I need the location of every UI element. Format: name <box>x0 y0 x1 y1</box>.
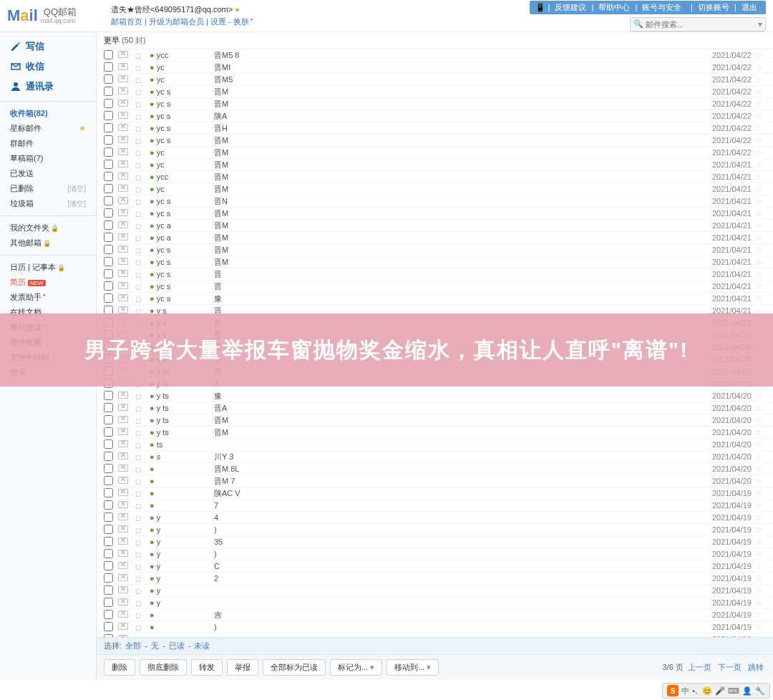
star-icon[interactable]: ☆ <box>752 550 766 559</box>
email-row[interactable]: ◻● yc s豫2021/04/21☆ <box>97 293 773 305</box>
flag-icon[interactable]: ◻ <box>135 441 150 449</box>
flag-icon[interactable]: ◻ <box>135 222 150 230</box>
email-checkbox[interactable] <box>104 269 118 280</box>
folder-inbox[interactable]: 收件箱(82) <box>7 106 89 121</box>
receive-button[interactable]: 收信 <box>0 57 96 77</box>
email-row[interactable]: ◻● 72021/04/19☆ <box>97 500 773 512</box>
star-icon[interactable]: ☆ <box>752 185 766 194</box>
email-checkbox[interactable] <box>104 585 118 596</box>
flag-icon[interactable]: ◻ <box>135 234 150 242</box>
select-unread[interactable]: 未读 <box>194 641 210 650</box>
star-icon[interactable]: ☆ <box>752 112 766 121</box>
email-row[interactable]: ◻● yc s晋M2021/04/22☆ <box>97 86 773 98</box>
extra-myfiles[interactable]: 我的文件夹🔒 <box>7 220 89 235</box>
email-checkbox[interactable] <box>104 622 118 633</box>
email-checkbox[interactable] <box>104 99 118 110</box>
ime-sogou-icon[interactable]: S <box>667 685 679 696</box>
email-checkbox[interactable] <box>104 403 118 414</box>
flag-icon[interactable]: ◻ <box>135 271 150 278</box>
flag-icon[interactable]: ◻ <box>135 112 150 120</box>
flag-icon[interactable]: ◻ <box>135 392 150 400</box>
search-input[interactable] <box>646 20 758 29</box>
contacts-button[interactable]: 通讯录 <box>0 77 96 97</box>
flag-icon[interactable]: ◻ <box>135 137 150 145</box>
flag-icon[interactable]: ◻ <box>135 575 150 583</box>
flag-icon[interactable]: ◻ <box>135 404 150 412</box>
email-row[interactable]: ◻● yc s晋H2021/04/22☆ <box>97 122 773 135</box>
email-checkbox[interactable] <box>104 245 118 256</box>
star-icon[interactable]: ☆ <box>752 148 766 157</box>
logo[interactable]: Mail QQ邮箱 mail.qq.com <box>7 6 111 25</box>
flag-icon[interactable]: ◻ <box>135 429 150 437</box>
email-checkbox[interactable] <box>104 598 118 608</box>
move-to-button[interactable]: 移动到... <box>386 659 439 676</box>
email-checkbox[interactable] <box>104 391 118 402</box>
star-icon[interactable]: ☆ <box>752 51 766 60</box>
email-row[interactable]: ◻● s川Y 32021/04/20☆ <box>97 451 773 463</box>
email-checkbox[interactable] <box>104 439 118 450</box>
email-row[interactable]: ◻● y 352021/04/19☆ <box>97 536 773 548</box>
email-row[interactable]: ◻● yc s晋M2021/04/22☆ <box>97 135 773 147</box>
star-icon[interactable]: ☆ <box>752 623 766 632</box>
star-icon[interactable]: ☆ <box>752 209 766 218</box>
email-checkbox[interactable] <box>104 512 118 523</box>
email-checkbox[interactable] <box>104 281 118 292</box>
flag-icon[interactable]: ◻ <box>135 587 150 595</box>
page-prev[interactable]: 上一页 <box>688 663 711 671</box>
email-row[interactable]: ◻● ycc晋M2021/04/21☆ <box>97 171 773 183</box>
email-row[interactable]: ◻● yc a晋M2021/04/21☆ <box>97 220 773 232</box>
email-checkbox[interactable] <box>104 87 118 97</box>
flag-icon[interactable]: ◻ <box>135 52 150 59</box>
select-none[interactable]: 无 <box>151 641 159 650</box>
email-row[interactable]: ◻● )2021/04/19☆ <box>97 621 773 633</box>
link-settings[interactable]: 设置 <box>210 17 226 26</box>
email-checkbox[interactable] <box>104 172 118 183</box>
star-icon[interactable]: ☆ <box>752 501 766 510</box>
flag-icon[interactable]: ◻ <box>135 526 150 534</box>
email-row[interactable]: ◻● y 22021/04/19☆ <box>97 573 773 585</box>
star-icon[interactable]: ☆ <box>752 270 766 279</box>
email-checkbox[interactable] <box>104 233 118 243</box>
extra-invoice[interactable]: 发票助手 <box>7 290 89 305</box>
email-checkbox[interactable] <box>104 476 118 487</box>
flag-icon[interactable]: ◻ <box>135 258 150 266</box>
star-icon[interactable]: ☆ <box>752 562 766 571</box>
flag-icon[interactable]: ◻ <box>135 76 150 84</box>
email-row[interactable]: ◻● yc晋M2021/04/21☆ <box>97 159 773 171</box>
email-checkbox[interactable] <box>104 123 118 134</box>
email-checkbox[interactable] <box>104 208 118 219</box>
folder-drafts[interactable]: 草稿箱(7) <box>7 151 89 166</box>
email-checkbox[interactable] <box>104 610 118 621</box>
email-checkbox[interactable] <box>104 573 118 584</box>
email-row[interactable]: ◻● y ts晋M2021/04/20☆ <box>97 427 773 439</box>
email-row[interactable]: ◻● yc s晋2021/04/21☆ <box>97 281 773 293</box>
email-row[interactable]: ◻● ycc晋M5 82021/04/22☆ <box>97 49 773 62</box>
email-row[interactable]: ◻● yc s晋M2021/04/21☆ <box>97 208 773 220</box>
email-checkbox[interactable] <box>104 427 118 438</box>
link-upgrade[interactable]: 升级为邮箱会员 <box>149 17 204 26</box>
star-icon[interactable]: ☆ <box>752 221 766 230</box>
email-checkbox[interactable] <box>104 74 118 85</box>
star-icon[interactable]: ☆ <box>752 233 766 243</box>
ime-punct-icon[interactable]: •､ <box>692 686 699 695</box>
page-jump[interactable]: 跳转 <box>748 663 764 671</box>
email-row[interactable]: ◻● yc s晋M2021/04/21☆ <box>97 244 773 256</box>
flag-icon[interactable]: ◻ <box>135 514 150 522</box>
compose-button[interactable]: 写信 <box>0 37 96 57</box>
link-home[interactable]: 邮箱首页 <box>111 17 142 26</box>
search-dropdown-icon[interactable]: ▾ <box>758 19 762 29</box>
flag-icon[interactable]: ◻ <box>135 538 150 546</box>
link-feedback[interactable]: 反馈建议 <box>555 3 586 11</box>
star-icon[interactable]: ☆ <box>752 75 766 84</box>
email-checkbox[interactable] <box>104 500 118 511</box>
star-icon[interactable]: ☆ <box>752 392 766 401</box>
star-icon[interactable]: ☆ <box>752 452 766 462</box>
email-row[interactable]: ◻● yc s晋2021/04/21☆ <box>97 268 773 281</box>
star-icon[interactable]: ☆ <box>752 440 766 449</box>
flag-icon[interactable]: ◻ <box>135 465 150 473</box>
link-logout[interactable]: 退出 <box>742 3 757 11</box>
link-help[interactable]: 帮助中心 <box>598 3 630 11</box>
flag-icon[interactable]: ◻ <box>135 623 150 631</box>
star-icon[interactable]: ☆ <box>752 428 766 437</box>
email-row[interactable]: ◻● y 42021/04/19☆ <box>97 512 773 524</box>
